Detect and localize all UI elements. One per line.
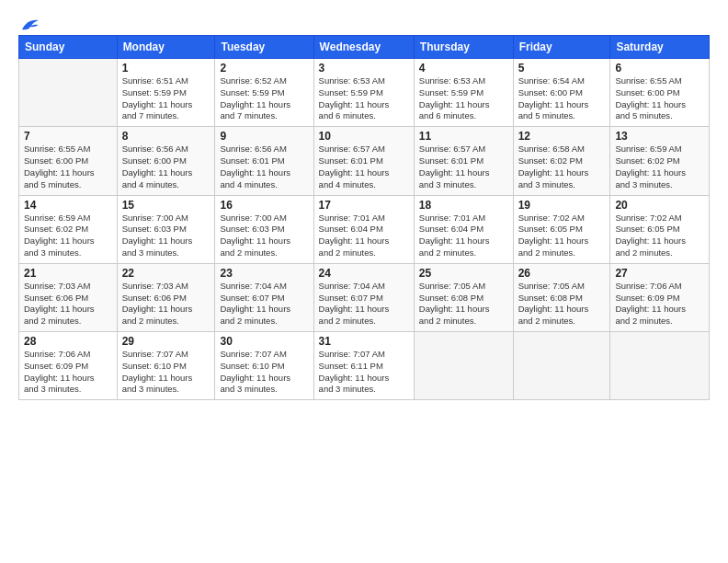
day-number: 16 [220,199,308,212]
week-row-4: 21Sunrise: 7:03 AM Sunset: 6:06 PM Dayli… [19,263,710,331]
week-row-5: 28Sunrise: 7:06 AM Sunset: 6:09 PM Dayli… [19,332,710,400]
day-info: Sunrise: 6:55 AM Sunset: 6:00 PM Dayligh… [615,75,704,122]
calendar-cell: 4Sunrise: 6:53 AM Sunset: 5:59 PM Daylig… [414,59,513,127]
weekday-header-tuesday: Tuesday [215,36,313,59]
week-row-2: 7Sunrise: 6:55 AM Sunset: 6:00 PM Daylig… [19,127,710,195]
weekday-header-sunday: Sunday [19,36,118,59]
day-info: Sunrise: 7:02 AM Sunset: 6:05 PM Dayligh… [615,213,704,259]
day-info: Sunrise: 7:02 AM Sunset: 6:05 PM Dayligh… [518,213,606,259]
day-number: 30 [220,335,308,348]
calendar-cell [610,332,710,400]
calendar-cell: 6Sunrise: 6:55 AM Sunset: 6:00 PM Daylig… [610,59,710,127]
calendar-cell: 16Sunrise: 7:00 AM Sunset: 6:03 PM Dayli… [215,195,313,263]
calendar-cell: 31Sunrise: 7:07 AM Sunset: 6:11 PM Dayli… [313,332,414,400]
day-info: Sunrise: 6:57 AM Sunset: 6:01 PM Dayligh… [319,144,409,190]
calendar-cell: 18Sunrise: 7:01 AM Sunset: 6:04 PM Dayli… [414,195,513,263]
day-number: 14 [24,199,112,212]
calendar-cell: 1Sunrise: 6:51 AM Sunset: 5:59 PM Daylig… [117,59,215,127]
day-number: 1 [122,62,210,75]
day-number: 3 [319,62,409,75]
day-info: Sunrise: 7:04 AM Sunset: 6:07 PM Dayligh… [319,281,409,327]
calendar-cell: 2Sunrise: 6:52 AM Sunset: 5:59 PM Daylig… [215,59,313,127]
logo-bird-icon [20,17,40,33]
day-number: 20 [615,199,704,212]
day-info: Sunrise: 7:07 AM Sunset: 6:10 PM Dayligh… [220,349,308,396]
day-info: Sunrise: 6:58 AM Sunset: 6:02 PM Dayligh… [518,144,606,190]
calendar-cell: 19Sunrise: 7:02 AM Sunset: 6:05 PM Dayli… [513,195,610,263]
day-number: 13 [615,130,704,143]
calendar-cell: 3Sunrise: 6:53 AM Sunset: 5:59 PM Daylig… [313,59,414,127]
day-number: 17 [319,199,409,212]
calendar-cell: 11Sunrise: 6:57 AM Sunset: 6:01 PM Dayli… [414,127,513,195]
calendar-cell: 21Sunrise: 7:03 AM Sunset: 6:06 PM Dayli… [19,263,118,331]
day-number: 8 [122,130,210,143]
day-number: 28 [24,335,112,348]
day-number: 23 [220,267,308,280]
day-info: Sunrise: 6:54 AM Sunset: 6:00 PM Dayligh… [518,75,606,122]
calendar-cell: 15Sunrise: 7:00 AM Sunset: 6:03 PM Dayli… [117,195,215,263]
calendar-cell [19,59,118,127]
calendar-cell [414,332,513,400]
calendar-table: SundayMondayTuesdayWednesdayThursdayFrid… [18,35,710,400]
day-number: 22 [122,267,210,280]
day-info: Sunrise: 6:51 AM Sunset: 5:59 PM Dayligh… [122,75,210,122]
day-info: Sunrise: 7:05 AM Sunset: 6:08 PM Dayligh… [419,281,508,327]
day-info: Sunrise: 6:56 AM Sunset: 6:01 PM Dayligh… [220,144,308,190]
day-info: Sunrise: 7:06 AM Sunset: 6:09 PM Dayligh… [615,281,704,327]
calendar-cell: 12Sunrise: 6:58 AM Sunset: 6:02 PM Dayli… [513,127,610,195]
day-number: 18 [419,199,508,212]
day-number: 31 [319,335,409,348]
day-info: Sunrise: 6:56 AM Sunset: 6:00 PM Dayligh… [122,144,210,190]
calendar-cell: 30Sunrise: 7:07 AM Sunset: 6:10 PM Dayli… [215,332,313,400]
day-info: Sunrise: 7:04 AM Sunset: 6:07 PM Dayligh… [220,281,308,327]
weekday-header-row: SundayMondayTuesdayWednesdayThursdayFrid… [19,36,710,59]
day-number: 5 [518,62,606,75]
calendar-cell: 10Sunrise: 6:57 AM Sunset: 6:01 PM Dayli… [313,127,414,195]
calendar-cell: 14Sunrise: 6:59 AM Sunset: 6:02 PM Dayli… [19,195,118,263]
day-number: 24 [319,267,409,280]
day-number: 27 [615,267,704,280]
calendar-cell: 13Sunrise: 6:59 AM Sunset: 6:02 PM Dayli… [610,127,710,195]
day-info: Sunrise: 7:00 AM Sunset: 6:03 PM Dayligh… [220,213,308,259]
day-info: Sunrise: 6:55 AM Sunset: 6:00 PM Dayligh… [24,144,112,190]
day-number: 25 [419,267,508,280]
logo [18,17,40,29]
day-info: Sunrise: 7:01 AM Sunset: 6:04 PM Dayligh… [319,213,409,259]
day-number: 9 [220,130,308,143]
day-number: 29 [122,335,210,348]
day-info: Sunrise: 7:03 AM Sunset: 6:06 PM Dayligh… [24,281,112,327]
weekday-header-friday: Friday [513,36,610,59]
day-info: Sunrise: 6:59 AM Sunset: 6:02 PM Dayligh… [24,213,112,259]
calendar-cell: 23Sunrise: 7:04 AM Sunset: 6:07 PM Dayli… [215,263,313,331]
day-number: 26 [518,267,606,280]
calendar-cell: 29Sunrise: 7:07 AM Sunset: 6:10 PM Dayli… [117,332,215,400]
calendar-cell: 24Sunrise: 7:04 AM Sunset: 6:07 PM Dayli… [313,263,414,331]
weekday-header-saturday: Saturday [610,36,710,59]
day-number: 7 [24,130,112,143]
day-number: 11 [419,130,508,143]
day-info: Sunrise: 7:01 AM Sunset: 6:04 PM Dayligh… [419,213,508,259]
day-number: 4 [419,62,508,75]
page: SundayMondayTuesdayWednesdayThursdayFrid… [0,0,728,563]
week-row-1: 1Sunrise: 6:51 AM Sunset: 5:59 PM Daylig… [19,59,710,127]
day-info: Sunrise: 6:53 AM Sunset: 5:59 PM Dayligh… [319,75,409,122]
day-info: Sunrise: 7:00 AM Sunset: 6:03 PM Dayligh… [122,213,210,259]
day-number: 15 [122,199,210,212]
day-info: Sunrise: 7:05 AM Sunset: 6:08 PM Dayligh… [518,281,606,327]
day-number: 2 [220,62,308,75]
day-info: Sunrise: 7:07 AM Sunset: 6:10 PM Dayligh… [122,349,210,396]
calendar-cell: 26Sunrise: 7:05 AM Sunset: 6:08 PM Dayli… [513,263,610,331]
day-info: Sunrise: 6:57 AM Sunset: 6:01 PM Dayligh… [419,144,508,190]
header [18,17,710,29]
day-number: 12 [518,130,606,143]
day-info: Sunrise: 7:07 AM Sunset: 6:11 PM Dayligh… [319,349,409,396]
calendar-cell: 7Sunrise: 6:55 AM Sunset: 6:00 PM Daylig… [19,127,118,195]
day-number: 19 [518,199,606,212]
day-info: Sunrise: 7:03 AM Sunset: 6:06 PM Dayligh… [122,281,210,327]
calendar-cell: 9Sunrise: 6:56 AM Sunset: 6:01 PM Daylig… [215,127,313,195]
weekday-header-wednesday: Wednesday [313,36,414,59]
day-number: 21 [24,267,112,280]
calendar-cell [513,332,610,400]
day-info: Sunrise: 6:53 AM Sunset: 5:59 PM Dayligh… [419,75,508,122]
calendar-cell: 20Sunrise: 7:02 AM Sunset: 6:05 PM Dayli… [610,195,710,263]
